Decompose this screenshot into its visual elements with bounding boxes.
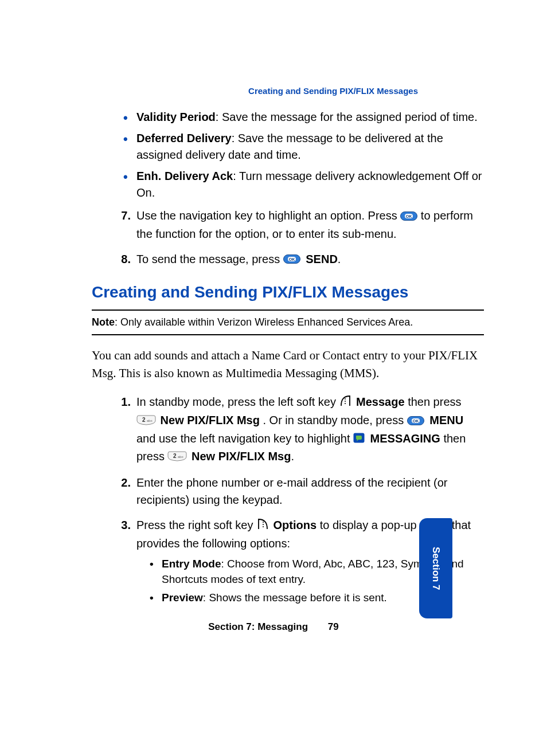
note-text: : Only available within Verizon Wireless… <box>115 316 413 328</box>
intro-paragraph: You can add sounds and attach a Name Car… <box>92 347 484 382</box>
page: Creating and Sending PIX/FLIX Messages V… <box>0 0 547 756</box>
step-1: 1. In standby mode, press the left soft … <box>114 393 484 466</box>
section-tab: Section 7 <box>419 518 452 618</box>
bullet-desc: : Save the message for the assigned peri… <box>216 111 478 123</box>
svg-text:OK: OK <box>288 257 295 261</box>
step-number: 8. <box>114 250 131 268</box>
step-number: 2. <box>114 474 131 491</box>
new-pix-flix-label-2: New PIX/FLIX Msg <box>192 450 291 463</box>
new-pix-flix-label: New PIX/FLIX Msg <box>161 414 260 426</box>
ok-key-icon: OK <box>407 413 424 430</box>
message-label: Message <box>356 395 405 408</box>
sub-bullet-term: Preview <box>162 592 203 604</box>
svg-text:OK: OK <box>412 419 419 423</box>
footer-section: Section 7: Messaging <box>208 621 308 632</box>
svg-point-19 <box>263 526 264 527</box>
send-label: SEND <box>306 253 338 265</box>
note-label: Note <box>92 316 115 328</box>
right-softkey-icon <box>256 518 269 535</box>
continued-steps: 7. Use the navigation key to highlight a… <box>114 207 484 268</box>
running-header: Creating and Sending PIX/FLIX Messages <box>248 86 418 96</box>
page-number: 79 <box>328 621 339 633</box>
rule-bottom <box>92 334 484 335</box>
svg-text:2: 2 <box>142 417 146 423</box>
step-2: 2. Enter the phone number or e-mail addr… <box>114 474 484 508</box>
step-number: 3. <box>114 516 131 534</box>
bullet-enh-ack: Enh. Delivery Ack: Turn message delivery… <box>120 168 484 201</box>
step-text: Press the right soft key <box>136 519 256 531</box>
bullet-term: Deferred Delivery <box>136 132 232 144</box>
sub-bullet-term: Entry Mode <box>162 558 221 570</box>
left-softkey-icon <box>339 394 352 412</box>
messaging-label: MESSAGING <box>370 432 440 445</box>
ok-key-icon: OK <box>283 251 300 268</box>
svg-point-18 <box>263 524 264 525</box>
rule-top <box>92 310 484 311</box>
bullet-term: Validity Period <box>136 111 216 123</box>
step-text: . <box>338 253 341 265</box>
svg-text:OK: OK <box>406 214 412 218</box>
note: Note: Only available within Verizon Wire… <box>92 316 484 328</box>
step-text: . Or in standby mode, press <box>263 414 407 426</box>
step-text: Enter the phone number or e-mail address… <box>136 476 448 506</box>
step-text: To send the message, press <box>136 253 283 265</box>
messaging-icon <box>353 430 365 448</box>
options-label: Options <box>274 519 317 531</box>
step-8: 8. To send the message, press OK SEND. <box>114 250 484 269</box>
top-bullet-list: Validity Period: Save the message for th… <box>120 109 484 201</box>
key-2-icon: 2abc <box>136 413 156 430</box>
step-text: then press <box>408 395 461 408</box>
ok-key-icon: OK <box>400 208 417 225</box>
step-7: 7. Use the navigation key to highlight a… <box>114 207 484 242</box>
key-2-icon: 2abc <box>167 449 187 466</box>
page-footer: Section 7: Messaging 79 <box>0 621 547 633</box>
svg-text:2: 2 <box>173 453 177 459</box>
menu-label: MENU <box>429 414 463 426</box>
svg-point-6 <box>345 398 346 399</box>
svg-point-8 <box>345 403 346 404</box>
bullet-deferred: Deferred Delivery: Save the message to b… <box>120 130 484 163</box>
svg-text:abc: abc <box>178 455 183 459</box>
svg-text:abc: abc <box>147 419 153 422</box>
bullet-term: Enh. Delivery Ack <box>136 170 233 182</box>
sub-bullet-desc: : Shows the message before it is sent. <box>203 592 387 604</box>
svg-point-7 <box>345 401 346 402</box>
bullet-validity: Validity Period: Save the message for th… <box>120 109 484 126</box>
step-text: . <box>291 450 294 463</box>
section-tab-label: Section 7 <box>430 547 441 590</box>
svg-point-17 <box>263 522 264 523</box>
step-text: Use the navigation key to highlight an o… <box>136 209 400 222</box>
step-number: 7. <box>114 207 131 224</box>
step-number: 1. <box>114 393 131 410</box>
step-text: In standby mode, press the left soft key <box>136 395 339 408</box>
section-heading: Creating and Sending PIX/FLIX Messages <box>92 283 484 301</box>
step-text: and use the left navigation key to highl… <box>136 432 353 445</box>
